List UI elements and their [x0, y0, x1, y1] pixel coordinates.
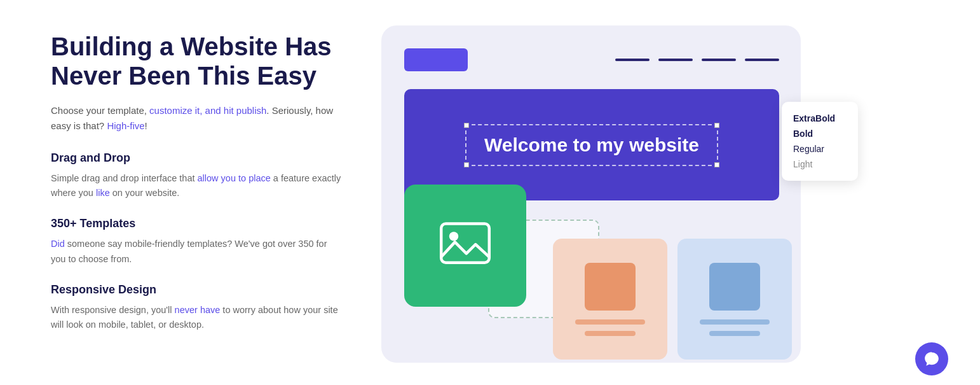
template-card-blue[interactable]	[677, 239, 792, 360]
font-option-extrabold[interactable]: ExtraBold	[793, 111, 847, 126]
intro-highlight-customize: customize it, and hit publish	[149, 105, 266, 116]
template-card-blue-image	[709, 263, 760, 311]
template-card-peach-image	[585, 263, 636, 311]
font-option-regular[interactable]: Regular	[793, 141, 847, 157]
handle-top-right[interactable]	[714, 123, 719, 128]
svg-point-1	[449, 232, 458, 241]
image-placeholder-icon	[437, 216, 494, 276]
hero-welcome-text: Welcome to my website	[484, 134, 699, 155]
feature-responsive-heading: Responsive Design	[51, 283, 343, 297]
intro-part1: Choose your template,	[51, 105, 149, 116]
template-card-peach-line2	[585, 331, 636, 336]
template-card-blue-line1	[700, 319, 770, 325]
feature-drag-drop-text: Simple drag and drop interface that allo…	[51, 171, 343, 200]
feature-drag-drop-heading: Drag and Drop	[51, 151, 343, 165]
nav-links-mockup	[615, 59, 779, 61]
left-column: Building a Website Has Never Been This E…	[51, 25, 381, 349]
feature-templates-heading: 350+ Templates	[51, 217, 343, 230]
nav-line-3	[702, 59, 736, 61]
svg-rect-0	[441, 224, 489, 263]
font-option-bold[interactable]: Bold	[793, 126, 847, 141]
chat-icon	[923, 351, 940, 367]
feature-templates-text: Did someone say mobile-friendly template…	[51, 237, 343, 266]
hero-banner: Welcome to my website	[404, 89, 779, 200]
template-card-peach-line1	[575, 319, 645, 325]
font-picker-popup[interactable]: ExtraBold Bold Regular Light	[782, 102, 858, 181]
font-option-light[interactable]: Light	[793, 157, 847, 172]
chat-bubble-button[interactable]	[915, 342, 948, 375]
main-heading: Building a Website Has Never Been This E…	[51, 32, 343, 90]
intro-text: Choose your template, customize it, and …	[51, 103, 343, 134]
nav-line-4	[745, 59, 779, 61]
nav-line-1	[615, 59, 650, 61]
nav-logo-button[interactable]	[404, 48, 468, 71]
image-icon-svg	[437, 216, 494, 273]
nav-line-2	[658, 59, 693, 61]
handle-bottom-left[interactable]	[464, 162, 469, 167]
nav-bar-mockup	[404, 43, 779, 76]
intro-highlight-highfive: High-five	[107, 120, 144, 131]
hero-text-selection-box[interactable]: Welcome to my website	[465, 124, 718, 166]
right-column: Welcome to my website ExtraBold Bold Reg…	[381, 25, 929, 382]
handle-bottom-right[interactable]	[714, 162, 719, 167]
template-card-peach[interactable]	[553, 239, 667, 360]
handle-top-left[interactable]	[464, 123, 469, 128]
feature-responsive-text: With responsive design, you'll never hav…	[51, 303, 343, 332]
page-container: Building a Website Has Never Been This E…	[0, 0, 980, 385]
intro-part3: !	[145, 120, 147, 131]
template-card-blue-line2	[709, 331, 760, 336]
image-widget[interactable]	[404, 185, 526, 307]
